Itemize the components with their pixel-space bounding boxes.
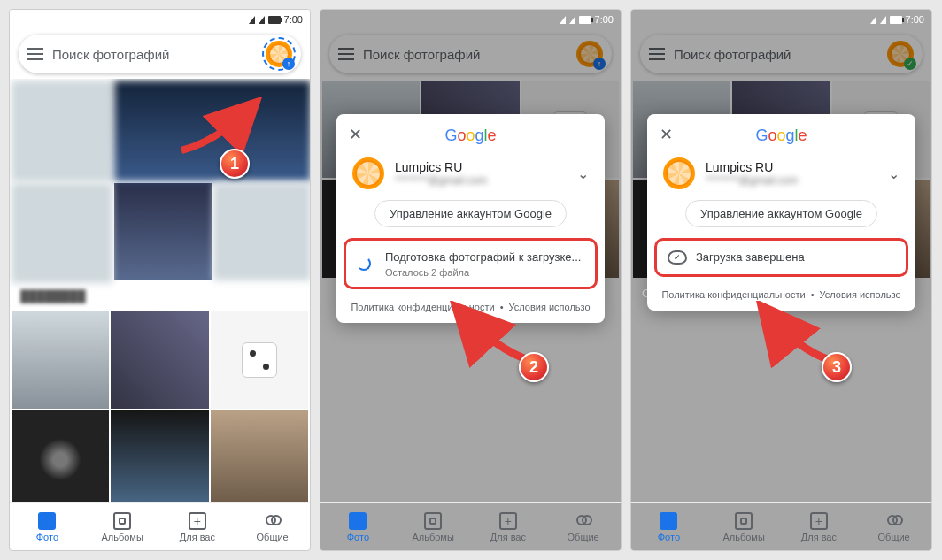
nav-photos[interactable]: Фото bbox=[320, 503, 396, 550]
search-bar[interactable]: Поиск фотографий bbox=[19, 35, 301, 73]
upload-status-title: Загрузка завершена bbox=[696, 249, 805, 265]
nav-photos[interactable]: Фото bbox=[10, 503, 85, 550]
account-row[interactable]: Lumpics RU ********@gmail.com ⌄ bbox=[336, 154, 605, 198]
annotation-badge-2: 2 bbox=[519, 352, 549, 382]
bottom-nav: Фото Альбомы Для вас Общие bbox=[10, 502, 310, 550]
phone-screen-3: 7:00 Поиск фотографий Сб, 22 дек. 2018 г… bbox=[630, 9, 932, 551]
google-logo: Google bbox=[647, 119, 915, 154]
nav-foryou[interactable]: Для вас bbox=[160, 503, 236, 550]
terms-link[interactable]: Условия использо bbox=[820, 289, 901, 300]
chevron-down-icon[interactable]: ⌄ bbox=[577, 165, 589, 182]
account-email: ********@gmail.com bbox=[706, 174, 798, 187]
upload-status-title: Подготовка фотографий к загрузке... bbox=[385, 249, 581, 265]
account-name: Lumpics RU bbox=[706, 160, 798, 174]
status-time: 7:00 bbox=[906, 14, 924, 25]
google-logo: Google bbox=[336, 119, 605, 154]
close-icon[interactable]: ✕ bbox=[349, 125, 362, 144]
photo-thumb[interactable] bbox=[114, 183, 212, 280]
account-avatar[interactable] bbox=[887, 41, 914, 67]
photo-thumb[interactable] bbox=[211, 410, 308, 502]
close-icon[interactable]: ✕ bbox=[660, 125, 673, 144]
photos-icon bbox=[38, 512, 56, 530]
photos-icon bbox=[349, 512, 367, 530]
privacy-link[interactable]: Политика конфиденциальности bbox=[661, 289, 805, 300]
cloud-done-icon bbox=[668, 250, 687, 265]
manage-account-button[interactable]: Управление аккаунтом Google bbox=[374, 200, 567, 227]
shared-icon bbox=[885, 512, 903, 530]
foryou-icon bbox=[189, 512, 206, 530]
nav-albums[interactable]: Альбомы bbox=[85, 503, 160, 550]
account-row[interactable]: Lumpics RU ********@gmail.com ⌄ bbox=[647, 154, 915, 198]
photos-icon bbox=[660, 512, 677, 530]
photo-thumb[interactable] bbox=[111, 311, 208, 409]
status-bar: 7:00 bbox=[10, 10, 310, 29]
photo-thumb[interactable] bbox=[211, 311, 308, 409]
albums-icon bbox=[424, 512, 442, 530]
upload-status-block[interactable]: Подготовка фотографий к загрузке... Оста… bbox=[344, 238, 598, 289]
account-avatar[interactable] bbox=[576, 41, 603, 67]
chevron-down-icon[interactable]: ⌄ bbox=[888, 165, 900, 182]
signal-icon bbox=[249, 16, 255, 24]
photo-thumb[interactable] bbox=[114, 81, 310, 181]
privacy-link[interactable]: Политика конфиденциальности bbox=[351, 302, 494, 312]
photo-thumb[interactable] bbox=[12, 311, 109, 409]
annotation-badge-3: 3 bbox=[822, 352, 852, 382]
account-email: ********@gmail.com bbox=[395, 174, 487, 187]
shared-icon bbox=[575, 512, 592, 530]
search-bar[interactable]: Поиск фотографий bbox=[640, 35, 923, 73]
battery-icon bbox=[268, 16, 281, 24]
footer-links: Политика конфиденциальности • Условия ис… bbox=[336, 296, 605, 312]
photo-grid[interactable]: ████████ Пт, 21 дек. 2018 г. bbox=[10, 79, 310, 502]
foryou-icon bbox=[810, 512, 828, 530]
battery-icon bbox=[890, 16, 902, 24]
upload-badge-icon bbox=[593, 58, 606, 70]
account-avatar[interactable] bbox=[266, 41, 292, 67]
date-label: ████████ bbox=[10, 282, 310, 310]
bottom-nav: Фото Альбомы Для вас Общие bbox=[320, 502, 621, 550]
albums-icon bbox=[735, 512, 753, 530]
nav-foryou[interactable]: Для вас bbox=[782, 503, 857, 550]
photo-thumb[interactable] bbox=[213, 183, 310, 280]
signal-icon bbox=[259, 16, 265, 24]
search-placeholder: Поиск фотографий bbox=[674, 47, 878, 62]
upload-badge-icon bbox=[282, 58, 295, 70]
nav-photos[interactable]: Фото bbox=[631, 503, 706, 550]
albums-icon bbox=[113, 512, 131, 530]
signal-icon bbox=[870, 16, 876, 24]
photo-thumb[interactable] bbox=[12, 81, 112, 181]
search-placeholder: Поиск фотографий bbox=[363, 47, 568, 62]
phone-screen-1: 7:00 Поиск фотографий ████████ bbox=[9, 9, 311, 551]
phone-screen-2: 7:00 Поиск фотографий Фото Альбомы Для в… bbox=[320, 9, 622, 551]
nav-albums[interactable]: Альбомы bbox=[706, 503, 782, 550]
account-avatar bbox=[352, 157, 384, 189]
search-placeholder: Поиск фотографий bbox=[52, 47, 257, 62]
nav-albums[interactable]: Альбомы bbox=[396, 503, 471, 550]
photo-thumb[interactable] bbox=[12, 183, 112, 284]
foryou-icon bbox=[499, 512, 517, 530]
menu-icon[interactable] bbox=[27, 48, 43, 60]
done-badge-icon bbox=[904, 58, 916, 70]
photo-thumb[interactable] bbox=[12, 410, 109, 502]
signal-icon bbox=[569, 16, 575, 24]
signal-icon bbox=[560, 16, 566, 24]
status-bar: 7:00 bbox=[320, 10, 621, 29]
footer-links: Политика конфиденциальности • Условия ис… bbox=[647, 284, 915, 300]
upload-status-sub: Осталось 2 файла bbox=[385, 267, 581, 278]
search-bar[interactable]: Поиск фотографий bbox=[329, 35, 612, 73]
battery-icon bbox=[579, 16, 591, 24]
nav-shared[interactable]: Общие bbox=[545, 503, 621, 550]
terms-link[interactable]: Условия использо bbox=[509, 302, 591, 312]
spinner-icon bbox=[357, 257, 371, 271]
nav-foryou[interactable]: Для вас bbox=[471, 503, 546, 550]
menu-icon[interactable] bbox=[338, 48, 354, 60]
bottom-nav: Фото Альбомы Для вас Общие bbox=[631, 502, 931, 550]
annotation-badge-1: 1 bbox=[220, 149, 250, 179]
status-time: 7:00 bbox=[284, 14, 303, 25]
nav-shared[interactable]: Общие bbox=[856, 503, 931, 550]
upload-status-block[interactable]: Загрузка завершена bbox=[654, 238, 908, 277]
photo-thumb[interactable] bbox=[111, 410, 208, 502]
manage-account-button[interactable]: Управление аккаунтом Google bbox=[685, 200, 877, 227]
nav-shared[interactable]: Общие bbox=[235, 503, 310, 550]
menu-icon[interactable] bbox=[649, 48, 665, 60]
status-time: 7:00 bbox=[595, 14, 614, 25]
